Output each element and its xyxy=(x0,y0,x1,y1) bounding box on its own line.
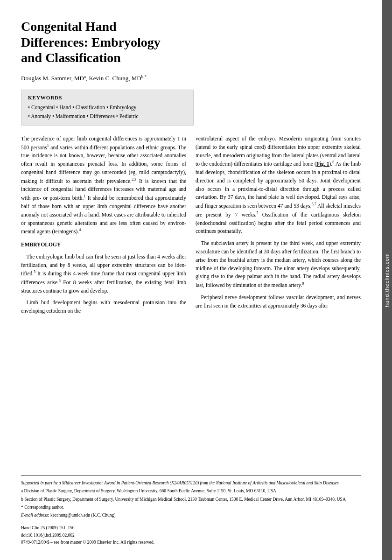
left-para3: Limb bud development begins with mesoder… xyxy=(21,299,186,315)
side-tab: hand.theclinics.com xyxy=(382,0,392,560)
main-content: Congenital HandDifferences: Embryologyan… xyxy=(0,0,382,560)
author-separator: , Kevin C. Chung, MD xyxy=(86,75,141,82)
fig1-ref: Fig. 1 xyxy=(316,161,329,167)
email-suffix: (K.C. Chung). xyxy=(90,513,117,518)
left-column: The prevalence of upper limb congenital … xyxy=(21,135,186,466)
left-para2: The embryologic limb bud can first be se… xyxy=(21,253,186,295)
keywords-box: KEYWORDS • Congenital • Hand • Classific… xyxy=(21,90,194,126)
author1-name: Douglas M. Sammer, MD xyxy=(21,75,84,82)
email-link[interactable]: kecchung@umich.edu xyxy=(50,513,90,518)
journal-line3: 0749-0712/09/$ – see front matter © 2009… xyxy=(21,539,361,546)
embryology-heading: EMBRYOLOGY xyxy=(21,241,186,249)
right-para1: ventrolateral aspect of the embryo. Meso… xyxy=(196,135,361,236)
right-para2: The subclavian artery is present by the … xyxy=(196,239,361,290)
footnote-area: Supported in part by a Midcareer Investi… xyxy=(21,476,361,520)
journal-line1: Hand Clin 25 (2009) 151–156 xyxy=(21,525,361,532)
journal-info: Hand Clin 25 (2009) 151–156 doi:10.1016/… xyxy=(21,525,361,546)
journal-line2: doi:10.1016/j.hcl.2009.02.002 xyxy=(21,532,361,539)
left-para1: The prevalence of upper limb congenital … xyxy=(21,135,186,236)
support-note: Supported in part by a Midcareer Investi… xyxy=(21,480,361,486)
right-column: ventrolateral aspect of the embryo. Meso… xyxy=(196,135,361,466)
corresponding: * Corresponding author. xyxy=(21,504,361,511)
author2-affil: b,* xyxy=(141,74,147,79)
keywords-line2: • Anomaly • Malformation • Differences •… xyxy=(28,112,187,120)
email-line: E-mail address: kecchung@umich.edu (K.C.… xyxy=(21,512,361,518)
support-text: Supported in part by a Midcareer Investi… xyxy=(21,481,340,485)
email-label: E-mail address: xyxy=(21,513,50,518)
keywords-line1: • Congenital • Hand • Classification • E… xyxy=(28,103,187,112)
keywords-heading: KEYWORDS xyxy=(28,95,187,100)
keywords-list: • Congenital • Hand • Classification • E… xyxy=(28,103,187,120)
affil-b: b Section of Plastic Surgery, Department… xyxy=(21,496,361,503)
side-tab-text: hand.theclinics.com xyxy=(384,253,390,307)
authors-line: Douglas M. Sammer, MDa, Kevin C. Chung, … xyxy=(21,74,361,82)
right-para3: Peripheral nerve development follows vas… xyxy=(196,294,361,310)
page: Congenital HandDifferences: Embryologyan… xyxy=(0,0,392,560)
article-title: Congenital HandDifferences: Embryologyan… xyxy=(21,19,361,66)
affil-a: a Division of Plastic Surgery, Departmen… xyxy=(21,488,361,494)
body-columns: The prevalence of upper limb congenital … xyxy=(21,135,361,466)
